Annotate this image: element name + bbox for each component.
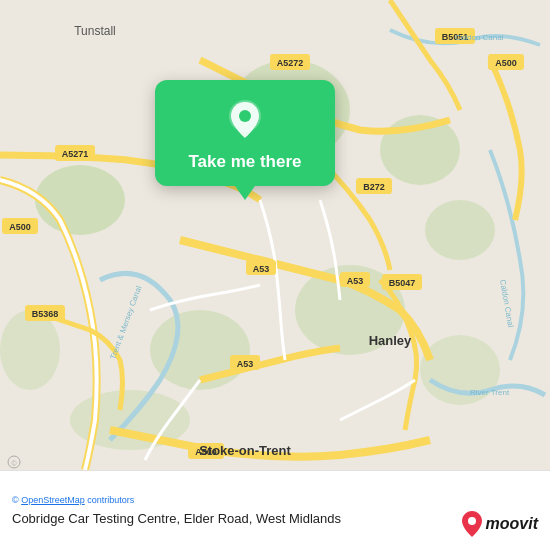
contributors-text: contributors: [85, 495, 135, 505]
moovit-logo: moovit: [461, 510, 538, 538]
svg-point-44: [239, 110, 251, 122]
svg-text:A5272: A5272: [277, 58, 304, 68]
svg-text:A500: A500: [9, 222, 31, 232]
svg-text:Hanley: Hanley: [369, 333, 412, 348]
svg-text:A5271: A5271: [62, 149, 89, 159]
svg-text:Stoke-on-Trent: Stoke-on-Trent: [199, 443, 291, 458]
location-name: Cobridge Car Testing Centre, Elder Road,…: [12, 511, 538, 526]
osm-link[interactable]: OpenStreetMap: [21, 495, 85, 505]
location-pin-icon: [223, 98, 267, 142]
svg-text:A500: A500: [495, 58, 517, 68]
svg-text:Caldon Canal: Caldon Canal: [455, 33, 504, 42]
map-attribution: © OpenStreetMap contributors: [12, 495, 538, 505]
bottom-info-bar: © OpenStreetMap contributors Cobridge Ca…: [0, 470, 550, 550]
copyright-symbol: ©: [12, 495, 21, 505]
take-me-there-label: Take me there: [188, 152, 301, 172]
svg-text:©: ©: [11, 460, 17, 467]
svg-text:River Trent: River Trent: [470, 388, 510, 397]
map-view[interactable]: A500 A5271 A5272 B5051 A53 A53 A53 B5368…: [0, 0, 550, 470]
svg-text:A53: A53: [347, 276, 364, 286]
svg-text:B5368: B5368: [32, 309, 59, 319]
take-me-there-popup[interactable]: Take me there: [155, 80, 335, 186]
svg-text:B272: B272: [363, 182, 385, 192]
svg-point-9: [0, 310, 60, 390]
svg-point-1: [35, 165, 125, 235]
moovit-brand-text: moovit: [486, 515, 538, 533]
moovit-pin-icon: [461, 510, 483, 538]
svg-point-4: [425, 200, 495, 260]
svg-text:Tunstall: Tunstall: [74, 24, 116, 38]
svg-point-45: [468, 517, 476, 525]
svg-text:A53: A53: [237, 359, 254, 369]
svg-text:A53: A53: [253, 264, 270, 274]
svg-text:B5047: B5047: [389, 278, 416, 288]
